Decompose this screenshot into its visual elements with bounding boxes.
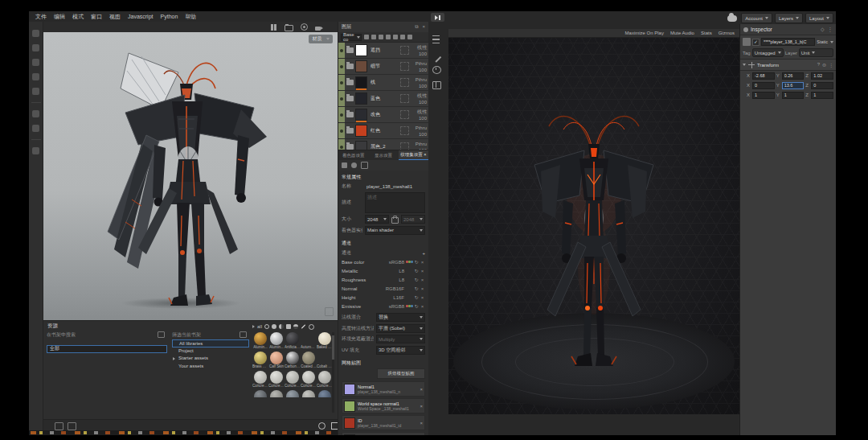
edit-panel-icon[interactable] — [431, 51, 441, 62]
game-toolbar-item[interactable]: Mute Audio — [670, 31, 694, 35]
layer-opacity[interactable]: 100 — [409, 115, 427, 121]
mesh-map-item[interactable]: ID player_138_meshall1_id × — [342, 415, 425, 430]
projection-tool-icon[interactable] — [32, 59, 39, 66]
viewport-gizmo-icon[interactable] — [325, 307, 334, 316]
material-item[interactable]: Baked Lig... — [317, 331, 333, 350]
material-item[interactable]: Concrete... — [285, 370, 301, 389]
add-mask-icon[interactable] — [386, 35, 391, 39]
record-icon[interactable] — [301, 23, 308, 31]
material-item[interactable] — [301, 389, 317, 397]
layer-row[interactable]: 黑色_2 Pthru 100 — [338, 139, 428, 150]
game-toolbar-item[interactable]: Stats — [701, 31, 712, 35]
channel-reset-icon[interactable]: ↻ — [413, 286, 420, 291]
active-checkbox[interactable]: ✓ — [752, 39, 760, 46]
lock-ratio-icon[interactable] — [391, 217, 399, 224]
filter-materials-icon[interactable] — [272, 324, 276, 329]
option-dropdown[interactable]: 3D 空间相邻 — [376, 346, 425, 355]
menu-item[interactable]: 编辑 — [54, 13, 65, 21]
library-item[interactable]: All libraries — [172, 339, 249, 347]
layer-row[interactable]: 细节 Pthru 100 — [338, 59, 428, 75]
material-item[interactable]: Artificial ... — [285, 331, 301, 350]
description-input[interactable]: 描述 — [365, 192, 425, 213]
layer-opacity[interactable]: 100 — [409, 67, 427, 73]
close-tab-icon[interactable]: × — [424, 152, 426, 157]
layer-blend[interactable]: Pthru — [409, 60, 427, 67]
layer-blend[interactable]: 线性 — [409, 109, 427, 115]
add-folder-icon[interactable] — [400, 35, 405, 39]
tab-texture-set-settings[interactable]: 纹理集设置 × — [399, 150, 428, 160]
material-item[interactable] — [317, 389, 333, 397]
position-y-field[interactable] — [782, 72, 805, 80]
material-item[interactable] — [252, 389, 268, 397]
character-model-paint-view[interactable] — [51, 39, 330, 314]
menu-item[interactable]: 窗口 — [91, 13, 102, 21]
eraser-tool-icon[interactable] — [32, 44, 39, 51]
material-item[interactable]: Calf Skin — [268, 351, 285, 369]
mesh-map-item[interactable]: Ambient occlusion player_138_meshall1_ao… — [342, 432, 425, 435]
layer-blend[interactable]: 线性 — [409, 44, 427, 51]
layer-mask-slot[interactable] — [400, 78, 409, 87]
menu-item[interactable]: 视图 — [109, 13, 121, 21]
bake-mesh-maps-button[interactable]: 烘焙模型贴图 — [377, 368, 425, 379]
library-item[interactable]: Your assets — [172, 363, 249, 371]
camera-icon[interactable] — [315, 27, 321, 31]
history-panel-icon[interactable] — [432, 66, 441, 74]
layers-dropdown[interactable]: Layers — [775, 13, 803, 23]
material-item[interactable]: Brass Pure — [252, 351, 268, 369]
close-panel-icon[interactable]: × — [422, 24, 425, 30]
material-item[interactable]: Coated ... — [301, 351, 317, 369]
layer-thumbnail[interactable] — [355, 60, 367, 72]
layer-row[interactable]: 改色 线性 100 — [338, 107, 428, 123]
library-item[interactable]: Project — [172, 347, 249, 356]
undock-icon[interactable]: ⧉ — [415, 24, 418, 30]
channel-remove-icon[interactable]: × — [420, 269, 425, 273]
channel-format-dropdown[interactable]: L16F — [383, 295, 406, 300]
component-foldout-icon[interactable] — [743, 64, 746, 66]
layer-mask-slot[interactable] — [400, 62, 409, 71]
tab-display-settings[interactable]: 显示设置 — [368, 151, 398, 160]
channel-reset-icon[interactable]: ↻ — [413, 294, 420, 300]
layer-row[interactable]: 线 Pthru 100 — [338, 75, 428, 91]
scale-z-field[interactable] — [811, 92, 833, 99]
filter-smart-masks-icon[interactable] — [286, 324, 291, 329]
option-dropdown[interactable]: Multiply — [376, 335, 425, 343]
texture-set-sphere-icon[interactable] — [351, 162, 357, 168]
paint-tool-icon[interactable] — [32, 30, 39, 37]
layer-thumbnail[interactable] — [355, 93, 367, 105]
mesh-map-remove-icon[interactable]: × — [420, 387, 423, 392]
account-dropdown[interactable]: Account — [741, 13, 772, 23]
tab-shader-settings[interactable]: 着色器设置 — [338, 151, 368, 160]
layer-name[interactable]: 黑色_2 — [371, 143, 386, 150]
game-toolbar-item[interactable]: Maximize On Play — [625, 31, 664, 35]
menu-item[interactable]: Python — [161, 14, 178, 19]
filter-icon[interactable] — [240, 331, 247, 338]
visibility-eye-icon[interactable] — [338, 43, 345, 58]
material-item[interactable]: Alumin... — [252, 331, 268, 350]
layer-mask-slot[interactable] — [400, 126, 409, 135]
material-item[interactable]: Alumin... — [268, 331, 285, 350]
layer-thumbnail[interactable] — [355, 76, 367, 88]
layer-blend[interactable]: Pthru — [409, 76, 427, 83]
texture-set-list-icon[interactable] — [342, 162, 347, 168]
channel-format-dropdown[interactable]: L8 — [383, 269, 406, 273]
layer-opacity[interactable]: 100 — [409, 147, 427, 150]
shader-dropdown[interactable]: Main shader — [365, 226, 425, 235]
channel-reset-icon[interactable]: ↻ — [413, 268, 420, 273]
assets-search-input[interactable] — [47, 345, 167, 353]
step-button[interactable] — [431, 13, 444, 22]
visibility-eye-icon[interactable] — [338, 139, 345, 150]
save-search-icon[interactable] — [158, 331, 165, 338]
layer-opacity[interactable]: 100 — [409, 99, 427, 105]
rotation-z-field[interactable] — [811, 82, 833, 89]
expand-arrow-icon[interactable] — [173, 357, 175, 360]
game-toolbar-item[interactable]: Gizmos — [719, 31, 735, 35]
pause-icon[interactable] — [270, 24, 277, 31]
size-dropdown[interactable]: 2048 — [365, 215, 389, 224]
tag-dropdown[interactable]: Untagged — [752, 48, 784, 57]
polygon-fill-tool-icon[interactable] — [32, 73, 39, 80]
layer-mask-slot[interactable] — [400, 110, 409, 119]
visibility-eye-icon[interactable] — [338, 123, 345, 138]
add-paint-layer-icon[interactable] — [379, 35, 383, 39]
material-item[interactable]: Concrete... — [252, 370, 268, 389]
option-dropdown[interactable]: 替换 — [376, 313, 425, 322]
